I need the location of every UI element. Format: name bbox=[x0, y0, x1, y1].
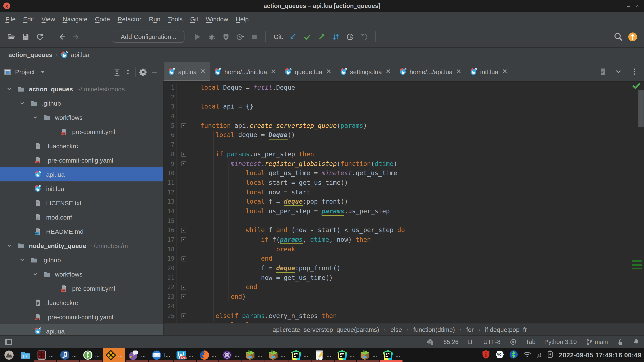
editor-tab-api.lua[interactable]: api.lua bbox=[164, 62, 210, 81]
menu-edit[interactable]: Edit bbox=[19, 15, 38, 22]
taskbar-app-file-manager[interactable]: [D] bbox=[17, 348, 34, 362]
window-maximize-button[interactable]: ˄ bbox=[636, 3, 639, 9]
tree-item-mod.conf[interactable]: mod.conf bbox=[0, 210, 163, 224]
taskbar-app-music-note-app[interactable]: ... bbox=[56, 348, 80, 362]
taskbar-clock[interactable]: 2022-09-05 17:49:16 00:49 bbox=[559, 351, 642, 359]
window-minimize-button[interactable]: – bbox=[627, 3, 630, 9]
chevron-down-icon[interactable] bbox=[6, 242, 12, 249]
tree-item-api.lua[interactable]: api.lua bbox=[0, 324, 163, 335]
tree-item-.github[interactable]: .github bbox=[0, 253, 163, 267]
tree-item-.luacheckrc[interactable]: .luacheckrc bbox=[0, 295, 163, 310]
git-update-project-button[interactable] bbox=[287, 30, 299, 43]
taskbar-app-terminal[interactable]: >>>... bbox=[34, 348, 56, 362]
taskbar-app-pycharm[interactable]: PC... bbox=[288, 348, 311, 362]
chevron-down-icon[interactable] bbox=[40, 71, 45, 73]
fold-collapsed-icon[interactable]: ▴ bbox=[181, 285, 186, 290]
status-python-interpreter[interactable]: Python 3.10 bbox=[544, 339, 577, 345]
tree-item-workflows[interactable]: workflows bbox=[0, 267, 163, 281]
ide-update-notification-button[interactable] bbox=[626, 30, 639, 43]
menu-window[interactable]: Window bbox=[202, 15, 232, 22]
tree-item-workflows[interactable]: workflows bbox=[0, 110, 163, 124]
menu-git[interactable]: Git bbox=[186, 15, 202, 22]
taskbar-app-pycharm[interactable]: PC... bbox=[334, 348, 357, 362]
breadcrumb-item[interactable]: for bbox=[466, 326, 474, 333]
taskbar-app-notes[interactable]: ... bbox=[311, 348, 334, 362]
tree-item-pre-commit.yml[interactable]: YMLpre-commit.yml bbox=[0, 124, 163, 139]
taskbar-app-wclassic[interactable]: CLASSIC... bbox=[173, 348, 196, 362]
menu-file[interactable]: File bbox=[2, 15, 19, 22]
status-cloud-sync[interactable]: ? bbox=[426, 338, 434, 346]
fold-collapsed-icon[interactable]: ▴ bbox=[181, 313, 186, 319]
code-editor[interactable]: 1local Deque = futil.Deque23local api = … bbox=[164, 82, 644, 323]
status-highlight-level[interactable] bbox=[510, 338, 517, 346]
fold-collapsed-icon[interactable]: ▴ bbox=[181, 256, 186, 261]
add-configuration-button[interactable]: Add Configuration... bbox=[113, 30, 184, 43]
tray-wifi[interactable] bbox=[523, 350, 532, 360]
taskbar-app-keepass[interactable]: ... bbox=[80, 348, 102, 362]
git-merge-button[interactable] bbox=[330, 30, 342, 43]
stop-button[interactable] bbox=[248, 30, 260, 43]
git-rollback-button[interactable] bbox=[358, 30, 371, 43]
git-commit-button[interactable] bbox=[301, 30, 314, 43]
menu-refactor[interactable]: Refactor bbox=[114, 15, 145, 22]
tree-item-api.lua[interactable]: api.lua bbox=[0, 167, 163, 181]
taskbar-app-minetest[interactable]: ... bbox=[242, 348, 265, 362]
tab-close-icon[interactable] bbox=[200, 68, 206, 75]
chevron-down-icon[interactable] bbox=[19, 99, 26, 107]
settings-gear-button[interactable] bbox=[138, 66, 149, 77]
tab-close-icon[interactable] bbox=[326, 68, 331, 75]
tray-music-note[interactable]: ♫ bbox=[536, 351, 542, 359]
debug-button[interactable] bbox=[205, 30, 218, 43]
inspections-ok-icon[interactable] bbox=[632, 82, 641, 89]
status-file-encoding[interactable]: UTF-8 bbox=[483, 339, 500, 345]
fold-expanded-icon[interactable]: ▾ bbox=[181, 228, 186, 233]
open-file-button[interactable] bbox=[5, 30, 18, 43]
breadcrumb-project[interactable]: action_queues bbox=[8, 51, 52, 58]
tab-list-button[interactable] bbox=[597, 66, 608, 77]
status-bell[interactable] bbox=[633, 338, 640, 346]
taskbar-app-thunderbird[interactable]: I... bbox=[148, 348, 173, 362]
tray-shield-alert[interactable] bbox=[481, 350, 490, 361]
taskbar-app-tor[interactable]: ... bbox=[219, 348, 242, 362]
tree-item-.luacheckrc[interactable]: .luacheckrc bbox=[0, 139, 163, 153]
fold-expanded-icon[interactable]: ▾ bbox=[181, 123, 186, 128]
breadcrumb-item[interactable]: if deque:pop_fr bbox=[485, 326, 527, 333]
profiler-button[interactable] bbox=[234, 30, 246, 43]
taskbar-app-hazard[interactable]: ... bbox=[102, 348, 126, 362]
status-indent-style[interactable]: Tab bbox=[526, 339, 536, 345]
editor-scrollbar[interactable] bbox=[638, 90, 644, 127]
tool-window-layout-icon[interactable] bbox=[4, 338, 12, 346]
editor-tab-home/.../api.lua[interactable]: home/.../api.lua bbox=[395, 62, 466, 81]
chevron-down-button[interactable] bbox=[613, 66, 624, 77]
taskbar-app-minetest[interactable]: ... bbox=[265, 348, 288, 362]
navigate-back-button[interactable] bbox=[56, 30, 68, 43]
taskbar-app-nightly[interactable] bbox=[1, 348, 17, 362]
tab-close-icon[interactable] bbox=[271, 68, 276, 75]
tab-close-icon[interactable] bbox=[386, 68, 390, 75]
collapse-all-button[interactable] bbox=[122, 66, 133, 77]
hide-panel-button[interactable] bbox=[149, 66, 160, 77]
synchronize-button[interactable] bbox=[34, 30, 46, 43]
menu-help[interactable]: Help bbox=[232, 15, 252, 22]
chevron-down-icon[interactable] bbox=[32, 271, 38, 278]
git-push-button[interactable] bbox=[315, 30, 328, 43]
editor-tab-home/.../init.lua[interactable]: home/.../init.lua bbox=[210, 62, 280, 81]
more-kebab-button[interactable] bbox=[629, 66, 640, 77]
search-everywhere-button[interactable] bbox=[612, 30, 625, 43]
menu-run[interactable]: Run bbox=[145, 15, 164, 22]
tray-bluetooth[interactable] bbox=[509, 350, 518, 361]
chevron-down-icon[interactable] bbox=[32, 114, 38, 121]
tab-close-icon[interactable] bbox=[456, 68, 462, 75]
tab-close-icon[interactable] bbox=[502, 68, 507, 75]
breadcrumb-item[interactable]: else bbox=[390, 326, 402, 333]
status-caret-position[interactable]: 65:26 bbox=[444, 339, 459, 345]
fold-expanded-icon[interactable]: ▾ bbox=[181, 161, 186, 166]
tree-item-pre-commit.yml[interactable]: YMLpre-commit.yml bbox=[0, 281, 163, 295]
tree-item-.pre-commit-config.yaml[interactable]: YML.pre-commit-config.yaml bbox=[0, 153, 163, 167]
tree-item-LICENSE.txt[interactable]: LICENSE.txt bbox=[0, 196, 163, 210]
status-line-separator[interactable]: LF bbox=[468, 339, 474, 345]
tree-item-.pre-commit-config.yaml[interactable]: YML.pre-commit-config.yaml bbox=[0, 310, 163, 324]
git-history-button[interactable] bbox=[344, 30, 356, 43]
tray-veracrypt[interactable]: VC bbox=[495, 350, 504, 361]
fold-collapsed-icon[interactable]: ▴ bbox=[181, 294, 186, 299]
